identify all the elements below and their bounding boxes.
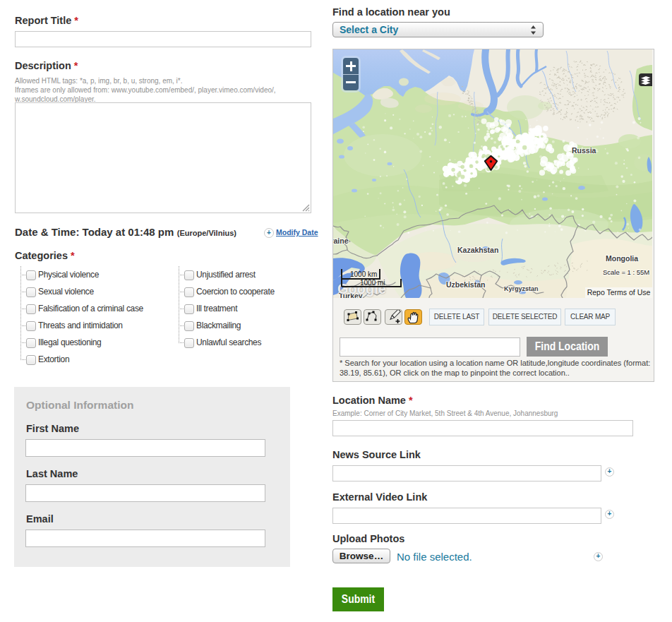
- svg-text:1000 km: 1000 km: [350, 270, 377, 278]
- svg-text:1000 mi: 1000 mi: [360, 279, 385, 287]
